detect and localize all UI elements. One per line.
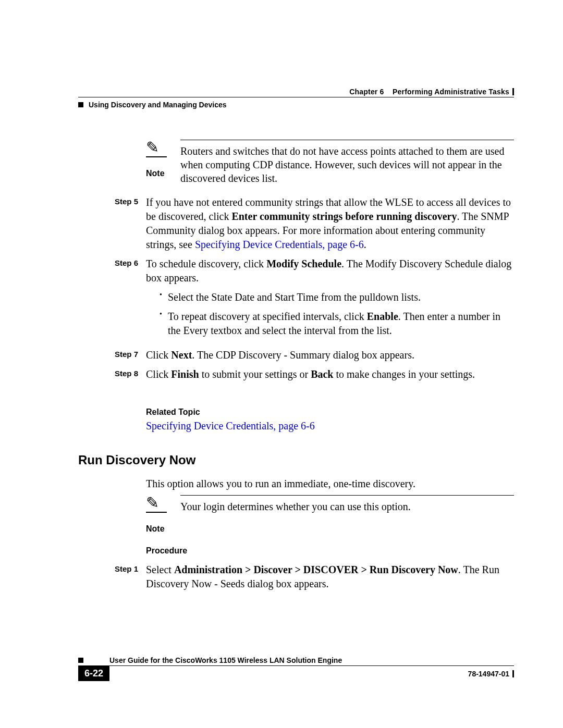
- note-label: Note: [146, 524, 176, 534]
- bold-span: Enable: [367, 311, 398, 322]
- note-block: ✎ Note Your login determines whether you…: [146, 495, 514, 534]
- list-item: To repeat discovery at specified interva…: [160, 310, 514, 338]
- icon-underline: [146, 512, 167, 513]
- note-label: Note: [146, 169, 176, 178]
- bold-span: Finish: [171, 368, 199, 380]
- note-body: Your login determines whether you can us…: [180, 495, 514, 534]
- section-line: Using Discovery and Managing Devices: [78, 101, 514, 109]
- step-label: Step 1: [115, 563, 146, 591]
- header-rule: [78, 97, 514, 97]
- text-span: To schedule discovery, click: [146, 258, 266, 269]
- pencil-icon: ✎: [146, 495, 159, 511]
- related-topic-link[interactable]: Specifying Device Credentials, page 6-6: [146, 420, 514, 432]
- footer-guide-row: User Guide for the CiscoWorks 1105 Wirel…: [78, 656, 514, 666]
- footer-separator-icon: [512, 670, 514, 677]
- step-body: Select Administration > Discover > DISCO…: [146, 563, 514, 591]
- section-heading: Run Discovery Now: [78, 453, 514, 467]
- step-row: Step 8 Click Finish to submit your setti…: [115, 367, 514, 381]
- cross-ref-link[interactable]: Specifying Device Credentials, page 6-6: [195, 239, 364, 250]
- page-number-badge: 6-22: [78, 666, 109, 681]
- bold-span: Enter community strings before running d…: [231, 211, 457, 222]
- step-label: Step 7: [115, 348, 146, 362]
- text-span: .: [364, 239, 366, 250]
- step-row: Step 1 Select Administration > Discover …: [115, 563, 514, 591]
- note-block: ✎ Note Routers and switches that do not …: [146, 140, 514, 185]
- text-span: Click: [146, 349, 171, 361]
- section-title: Using Discovery and Managing Devices: [89, 101, 227, 109]
- note-icon-col: ✎ Note: [146, 140, 176, 185]
- text-span: . The CDP Discovery - Summary dialog box…: [192, 349, 414, 361]
- bold-span: Administration > Discover > DISCOVER > R…: [174, 564, 458, 575]
- chapter-title: Performing Administrative Tasks: [393, 88, 509, 96]
- procedure-heading: Procedure: [146, 546, 514, 556]
- step-label: Step 5: [115, 195, 146, 252]
- step-label: Step 6: [115, 257, 146, 343]
- intro-paragraph: This option allows you to run an immedia…: [146, 477, 514, 491]
- note-icon-col: ✎ Note: [146, 495, 176, 534]
- square-bullet-icon: [78, 658, 83, 663]
- step-row: Step 6 To schedule discovery, click Modi…: [115, 257, 514, 343]
- bold-span: Back: [311, 368, 333, 380]
- pencil-icon: ✎: [146, 140, 159, 155]
- icon-underline: [146, 156, 167, 157]
- header-separator-icon: [512, 88, 514, 95]
- text-span: Select: [146, 564, 174, 575]
- page: Chapter 6 Performing Administrative Task…: [0, 0, 563, 728]
- doc-id: 78-14947-01: [468, 670, 509, 678]
- step-row: Step 5 If you have not entered community…: [115, 195, 514, 252]
- bold-span: Modify Schedule: [266, 258, 341, 269]
- text-span: to submit your settings or: [199, 368, 311, 380]
- list-item: Select the State Date and Start Time fro…: [160, 290, 514, 304]
- related-topic-heading: Related Topic: [146, 408, 514, 417]
- guide-title: User Guide for the CiscoWorks 1105 Wirel…: [109, 656, 342, 664]
- step-body: Click Finish to submit your settings or …: [146, 367, 514, 381]
- text-span: to make changes in your settings.: [334, 368, 475, 380]
- bullet-list: Select the State Date and Start Time fro…: [160, 290, 514, 338]
- chapter-label: Chapter 6: [349, 88, 384, 96]
- square-bullet-icon: [78, 102, 83, 107]
- step-body: Click Next. The CDP Discovery - Summary …: [146, 348, 514, 362]
- text-span: Click: [146, 368, 171, 380]
- text-span: To repeat discovery at specified interva…: [168, 311, 367, 322]
- step-label: Step 8: [115, 367, 146, 381]
- step-body: To schedule discovery, click Modify Sche…: [146, 257, 514, 343]
- step-row: Step 7 Click Next. The CDP Discovery - S…: [115, 348, 514, 362]
- bold-span: Next: [171, 349, 192, 361]
- content-area: ✎ Note Routers and switches that do not …: [78, 140, 514, 591]
- note-body: Routers and switches that do not have ac…: [180, 140, 514, 185]
- footer-bottom-row: 6-22 78-14947-01: [78, 666, 514, 681]
- step-body: If you have not entered community string…: [146, 195, 514, 252]
- page-footer: User Guide for the CiscoWorks 1105 Wirel…: [78, 656, 514, 681]
- chapter-line: Chapter 6 Performing Administrative Task…: [78, 88, 514, 96]
- running-header: Chapter 6 Performing Administrative Task…: [78, 88, 514, 108]
